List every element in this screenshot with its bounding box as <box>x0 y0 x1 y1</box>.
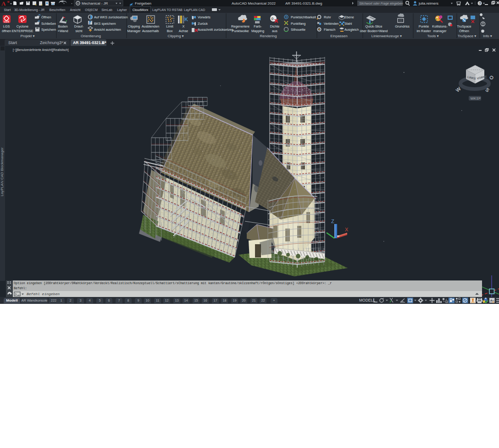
svg-text:Stichwort oder Frage eingeben: Stichwort oder Frage eingeben <box>359 2 403 6</box>
svg-text:LGS: LGS <box>4 20 10 23</box>
svg-text:AutoCAD Mechanical 2022: AutoCAD Mechanical 2022 <box>232 1 276 6</box>
svg-text:Freigeben: Freigeben <box>135 1 151 6</box>
svg-text:Z: Z <box>331 218 334 224</box>
svg-text:X: X <box>345 227 349 232</box>
svg-text:K: K <box>184 17 188 22</box>
svg-text:AR 39491-0321.B.dwg: AR 39491-0321.B.dwg <box>285 1 322 6</box>
svg-text:M: M <box>7 0 9 3</box>
svg-text:?: ? <box>479 1 481 6</box>
svg-text:julia.reimers: julia.reimers <box>418 1 438 6</box>
svg-text:Mechanical - JR: Mechanical - JR <box>82 1 108 6</box>
svg-text:0: 0 <box>272 17 274 21</box>
svg-text:A: A <box>1 0 6 6</box>
